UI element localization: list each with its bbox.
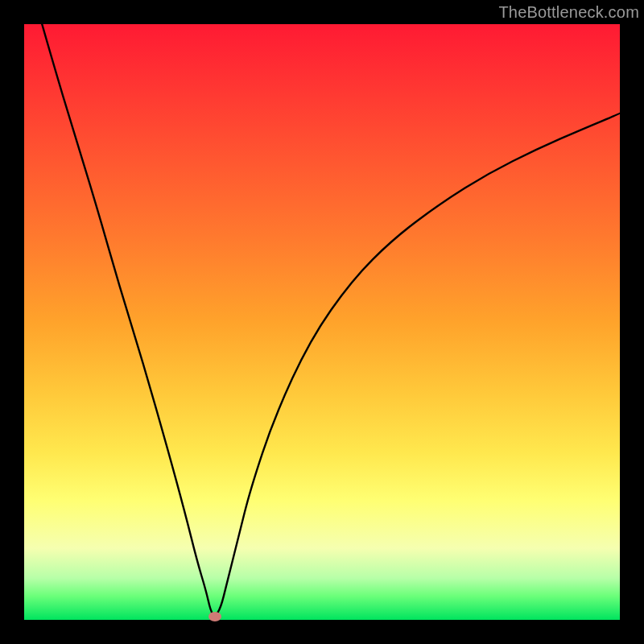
- watermark-text: TheBottleneck.com: [498, 3, 639, 22]
- bottleneck-curve: [24, 24, 620, 620]
- bottleneck-minimum-marker: [208, 612, 221, 621]
- plot-area: [24, 24, 620, 620]
- chart-frame: TheBottleneck.com: [0, 0, 644, 644]
